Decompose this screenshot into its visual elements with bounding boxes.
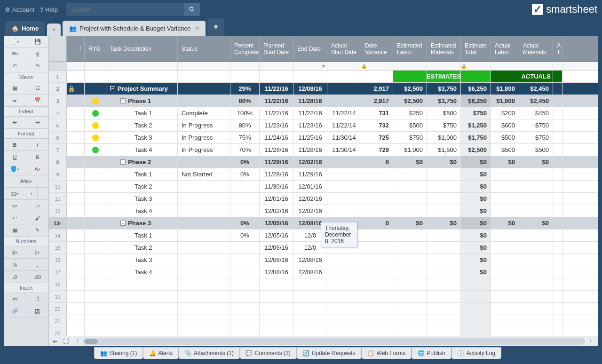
- currency-button[interactable]: $▾: [4, 246, 26, 258]
- row-info[interactable]: [76, 327, 85, 336]
- row-number[interactable]: 20: [49, 303, 67, 315]
- row-info[interactable]: [76, 266, 85, 278]
- sheet-body[interactable]: 1ESTIMATESACTUALS2🔒−Project Summary29%11…: [49, 71, 598, 336]
- last-cell[interactable]: [553, 278, 562, 290]
- alabor-cell[interactable]: [491, 327, 519, 336]
- row-info[interactable]: [76, 119, 85, 131]
- table-row[interactable]: 2🔒−Project Summary29%11/22/1612/08/162,9…: [49, 83, 598, 95]
- table-row[interactable]: 3−Phase 180%11/22/1611/28/162,917$2,500$…: [49, 95, 598, 107]
- desc-cell[interactable]: Task 4: [106, 205, 178, 217]
- status-cell[interactable]: [178, 217, 230, 229]
- pct-cell[interactable]: [230, 242, 260, 253]
- planned-cell[interactable]: 12/06/16: [260, 242, 293, 253]
- end-cell[interactable]: 11/29/16: [293, 168, 327, 180]
- alabor-cell[interactable]: [491, 278, 519, 290]
- last-cell[interactable]: [553, 217, 562, 229]
- pct-cell[interactable]: [230, 71, 260, 82]
- publish-tab[interactable]: 🌐Publish: [412, 347, 451, 359]
- emat-cell[interactable]: $0: [427, 217, 461, 229]
- planned-cell[interactable]: 12/08/16: [260, 266, 293, 278]
- status-cell[interactable]: Complete: [178, 107, 230, 119]
- row-info[interactable]: [76, 303, 85, 315]
- alabor-cell[interactable]: [491, 229, 519, 241]
- elabor-cell[interactable]: [393, 315, 427, 327]
- elabor-cell[interactable]: $1,000: [393, 144, 427, 156]
- strike-button[interactable]: S: [26, 151, 48, 163]
- desc-cell[interactable]: Task 2: [106, 242, 178, 253]
- astart-cell[interactable]: [327, 181, 361, 192]
- amat-cell[interactable]: [519, 168, 553, 180]
- etot-cell[interactable]: $750: [461, 107, 491, 119]
- indent-button[interactable]: ⇥: [26, 117, 48, 128]
- planned-cell[interactable]: 12/05/16: [260, 229, 293, 241]
- row-number[interactable]: 12: [49, 205, 67, 217]
- est-labor-header[interactable]: Estimated Labor: [393, 36, 427, 62]
- amat-cell[interactable]: $0: [519, 217, 553, 229]
- web-forms-tab[interactable]: 📋Web Forms: [362, 347, 412, 359]
- last-cell[interactable]: [553, 95, 562, 107]
- redo-button[interactable]: ↷: [26, 60, 48, 72]
- status-cell[interactable]: [178, 303, 230, 315]
- pct-cell[interactable]: 80%: [230, 119, 260, 131]
- row-info[interactable]: [76, 132, 85, 143]
- etot-cell[interactable]: $0: [461, 229, 491, 241]
- last-cell[interactable]: [553, 107, 562, 119]
- row-info[interactable]: [76, 83, 85, 95]
- table-row[interactable]: 17Task 412/08/1612/08/16$0: [49, 266, 598, 278]
- pct-cell[interactable]: 0%: [230, 229, 260, 241]
- astart-cell[interactable]: [327, 278, 361, 290]
- font-select[interactable]: Arial ▾: [4, 175, 48, 187]
- planned-cell[interactable]: 11/23/16: [260, 119, 293, 131]
- end-cell[interactable]: [293, 303, 327, 315]
- alabor-cell[interactable]: $600: [491, 119, 519, 131]
- status-cell[interactable]: [178, 205, 230, 217]
- emat-cell[interactable]: $3,750: [427, 83, 461, 95]
- desc-cell[interactable]: −Phase 1: [106, 95, 178, 107]
- amat-cell[interactable]: $450: [519, 107, 553, 119]
- elabor-cell[interactable]: [393, 168, 427, 180]
- font-size-select[interactable]: 10▾: [4, 188, 26, 199]
- end-cell[interactable]: 11/22/16: [293, 107, 327, 119]
- row-attach[interactable]: [67, 71, 76, 82]
- pct-cell[interactable]: 0%: [230, 217, 260, 229]
- row-number[interactable]: 22: [49, 327, 67, 336]
- planned-cell[interactable]: 11/22/16: [260, 107, 293, 119]
- etot-cell[interactable]: [461, 291, 491, 302]
- elabor-cell[interactable]: [393, 266, 427, 278]
- row-attach[interactable]: [67, 205, 76, 217]
- end-cell[interactable]: 12/01/16: [293, 181, 327, 192]
- desc-cell[interactable]: Task 2: [106, 119, 178, 131]
- tab-sheet[interactable]: 👥 Project with Schedule & Budget Varianc…: [63, 21, 206, 36]
- alabor-cell[interactable]: [491, 315, 519, 327]
- var-cell[interactable]: 725: [361, 132, 393, 143]
- italic-button[interactable]: I: [26, 139, 48, 150]
- align-h-button[interactable]: ≡▾: [4, 200, 26, 212]
- planned-cell[interactable]: 11/22/16: [260, 95, 293, 107]
- emat-cell[interactable]: [427, 278, 461, 290]
- desc-cell[interactable]: Task 1: [106, 168, 178, 180]
- astart-cell[interactable]: [327, 303, 361, 315]
- attach-header[interactable]: [67, 36, 76, 62]
- emat-cell[interactable]: $750: [427, 119, 461, 131]
- ryg-cell[interactable]: [85, 315, 106, 327]
- table-row[interactable]: 5Task 2In Progress80%11/23/1611/23/1611/…: [49, 119, 598, 132]
- var-cell[interactable]: [361, 278, 393, 290]
- astart-cell[interactable]: 11/30/14: [327, 132, 361, 143]
- underline-button[interactable]: U: [4, 151, 26, 163]
- var-cell[interactable]: 2,917: [361, 83, 393, 95]
- status-cell[interactable]: [178, 83, 230, 95]
- elabor-cell[interactable]: $2,500: [393, 95, 427, 107]
- last-cell[interactable]: [553, 83, 562, 95]
- alabor-cell[interactable]: [491, 168, 519, 180]
- emat-cell[interactable]: [427, 291, 461, 302]
- last-cell[interactable]: [553, 168, 562, 180]
- desc-cell[interactable]: Task 1: [106, 107, 178, 119]
- last-cell[interactable]: [553, 156, 562, 168]
- row-attach[interactable]: [67, 278, 76, 290]
- table-row[interactable]: 20: [49, 303, 598, 315]
- planned-cell[interactable]: 12/02/16: [260, 205, 293, 217]
- var-cell[interactable]: [361, 71, 393, 82]
- row-info[interactable]: [76, 181, 85, 192]
- row-attach[interactable]: [67, 327, 76, 336]
- collapse-icon[interactable]: −: [120, 159, 126, 165]
